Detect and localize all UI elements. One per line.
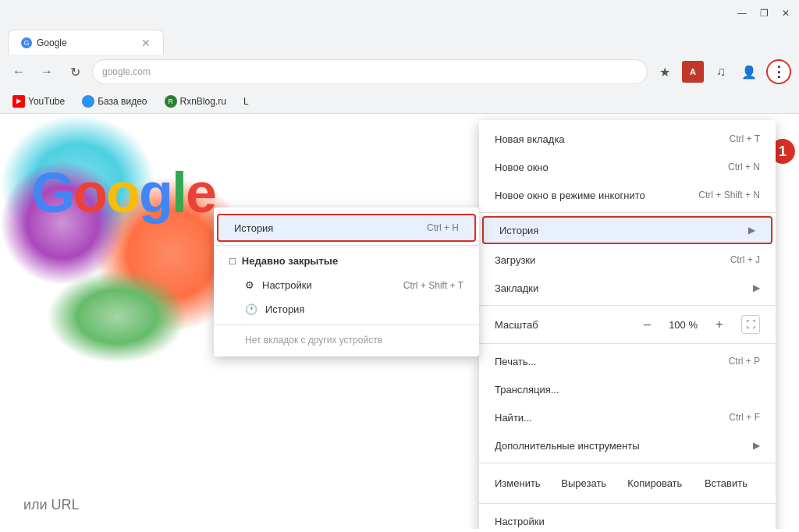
back-button[interactable]: ← [8,61,30,83]
bookmark-youtube-label: YouTube [28,96,65,107]
tab-close-icon[interactable]: ✕ [141,37,151,49]
menu-item-zoom: Масштаб – 100 % + ⛶ [479,309,776,340]
bookmarks-bar: ▶ YouTube 🌐 База видео R RxnBlog.ru L [0,89,799,114]
bookmark-youtube[interactable]: ▶ YouTube [8,93,69,110]
history-submenu[interactable]: История Ctrl + H □ Недавно закрытые ⚙ На… [214,207,479,356]
profile-icon[interactable]: 👤 [738,61,760,83]
menu-item-downloads[interactable]: Загрузки Ctrl + J [479,246,776,274]
close-button[interactable]: ✕ [780,8,791,19]
rxnblog-favicon: R [165,95,177,108]
maximize-button[interactable]: ❐ [758,8,769,19]
settings-icon: ⚙ [245,279,254,291]
bookmark-bazavideo[interactable]: 🌐 База видео [77,93,151,110]
extension-icon-1[interactable]: A [682,61,704,83]
tab-favicon: G [21,37,32,48]
menu-item-new-window[interactable]: Новое окно Ctrl + N [479,153,776,181]
google-e: e [186,161,215,224]
history-submenu-shortcut: Ctrl + H [427,222,459,233]
menu-downloads-label: Загрузки [495,254,535,266]
menu-item-settings[interactable]: Настройки [479,507,776,529]
menu-item-print[interactable]: Печать... Ctrl + P [479,347,776,375]
history-submenu-history[interactable]: 🕐 История [214,297,479,321]
menu-item-new-tab[interactable]: Новая вкладка Ctrl + T [479,125,776,153]
no-devices-text: Нет вкладок с других устройств [214,328,479,352]
forward-button[interactable]: → [36,61,58,83]
zoom-controls: – 100 % + ⛶ [637,315,760,334]
google-logo: Google [31,161,215,225]
bookmark-rxnblog[interactable]: R RxnBlog.ru [160,93,231,110]
main-content: Google или URL Новая вкладка Ctrl + T Но… [0,114,799,529]
toolbar-icons: ★ A ♫ 👤 ⋮ [654,59,791,84]
chrome-menu[interactable]: Новая вкладка Ctrl + T Новое окно Ctrl +… [479,120,776,529]
menu-item-history[interactable]: История ▶ [482,216,772,244]
menu-divider-2 [479,305,776,306]
active-tab[interactable]: G Google ✕ [8,30,164,55]
bg-blob-4 [47,270,187,364]
history-submenu-settings[interactable]: ⚙ Настройки Ctrl + Shift + T [214,273,479,297]
zoom-plus-button[interactable]: + [710,315,729,334]
menu-divider-5 [479,503,776,504]
menu-divider-4 [479,463,776,463]
menu-item-bookmarks[interactable]: Закладки ▶ [479,274,776,302]
menu-item-find[interactable]: Найти... Ctrl + F [479,403,776,431]
browser-window: — ❐ ✕ G Google ✕ ← → ↻ google.com ★ A ♫ … [0,0,799,529]
tab-title: Google [37,37,67,48]
copy-button[interactable]: Копировать [621,473,689,494]
menu-cast-label: Трансляция... [495,384,559,395]
chrome-menu-button[interactable]: ⋮ [766,59,791,84]
history-submenu-title: История [234,222,273,234]
menu-history-label: История [499,225,538,236]
menu-find-label: Найти... [495,412,532,424]
zoom-value: 100 % [669,319,698,331]
menu-bookmarks-arrow: ▶ [753,282,760,293]
menu-incognito-shortcut: Ctrl + Shift + N [698,190,760,200]
menu-new-window-label: Новое окно [495,161,549,173]
google-g: G [31,161,73,224]
tab-bar: G Google ✕ [0,27,799,55]
menu-history-arrow: ▶ [748,225,755,236]
bazavideo-favicon: 🌐 [82,95,94,108]
bookmark-other[interactable]: L [239,94,254,109]
menu-print-label: Печать... [495,356,536,367]
history-settings-shortcut: Ctrl + Shift + T [403,280,463,291]
history-submenu-title-row[interactable]: История Ctrl + H [217,214,476,242]
bookmark-bazavideo-label: База видео [98,96,147,107]
menu-item-cast[interactable]: Трансляция... [479,375,776,403]
menu-item-incognito[interactable]: Новое окно в режиме инкогнито Ctrl + Shi… [479,181,776,209]
menu-tools-label: Дополнительные инструменты [495,440,640,452]
youtube-favicon: ▶ [12,95,25,108]
history-recently-closed[interactable]: □ Недавно закрытые [214,249,479,273]
extension-icon-2[interactable]: ♫ [710,61,732,83]
google-l: l [172,161,186,224]
bookmark-other-label: L [243,96,249,107]
menu-downloads-shortcut: Ctrl + J [730,254,760,265]
zoom-minus-button[interactable]: – [637,315,656,334]
recently-closed-label: Недавно закрытые [242,255,338,267]
fullscreen-button[interactable]: ⛶ [741,315,760,334]
bookmark-star-icon[interactable]: ★ [654,61,676,83]
menu-incognito-label: Новое окно в режиме инкогнито [495,190,645,201]
address-text: google.com [102,66,151,77]
edit-label: Изменить [495,477,541,489]
zoom-label: Масштаб [495,319,538,331]
paste-button[interactable]: Вставить [692,473,760,494]
menu-divider-3 [479,343,776,344]
address-bar[interactable]: google.com [92,59,648,84]
menu-settings-label: Настройки [495,516,545,527]
title-bar: — ❐ ✕ [0,0,799,27]
history-settings-left: ⚙ Настройки [245,279,312,291]
minimize-button[interactable]: — [737,8,748,19]
reload-button[interactable]: ↻ [64,61,86,83]
menu-print-shortcut: Ctrl + P [729,356,760,367]
history-settings-label: Настройки [262,279,312,291]
history-history-left: 🕐 История [245,303,304,315]
menu-tools-arrow: ▶ [753,440,760,451]
google-g2: g [139,161,172,224]
google-o1: o [73,161,106,224]
address-bar-row: ← → ↻ google.com ★ A ♫ 👤 ⋮ [0,55,799,89]
cut-button[interactable]: Вырезать [550,473,618,494]
menu-new-window-shortcut: Ctrl + N [728,161,760,172]
menu-bookmarks-label: Закладки [495,282,538,294]
menu-divider-1 [479,212,776,213]
menu-item-tools[interactable]: Дополнительные инструменты ▶ [479,431,776,459]
